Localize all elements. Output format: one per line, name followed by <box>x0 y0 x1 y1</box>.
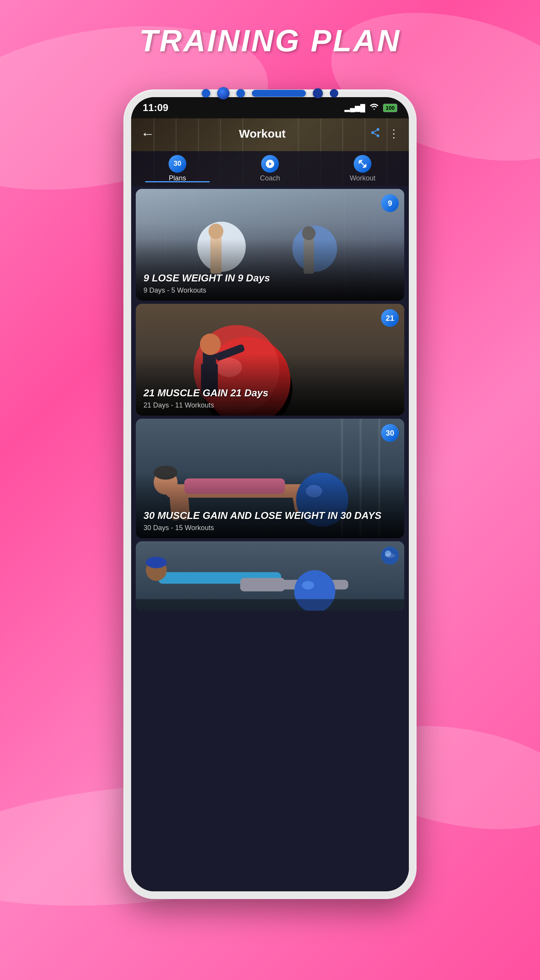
card-muscle-gain-30[interactable]: 30 30 MUSCLE GAIN AND LOSE WEIGHT IN 30 … <box>136 419 404 538</box>
header-image: ← Workout ⋮ 30 <box>131 118 409 186</box>
card-3-badge: 30 <box>381 424 399 442</box>
card-4-background <box>136 541 404 611</box>
hw-dot-3 <box>330 89 338 98</box>
status-bar: 11:09 ▂▄▆█ 100 <box>131 97 409 118</box>
phone-hardware-top <box>202 87 338 99</box>
tab-workout-label: Workout <box>350 174 376 182</box>
svg-rect-45 <box>136 599 404 611</box>
hw-pill <box>252 90 306 97</box>
hw-dot-1 <box>202 89 210 98</box>
card-3-title: 30 MUSCLE GAIN AND LOSE WEIGHT IN 30 DAY… <box>143 510 397 522</box>
phone-screen: 11:09 ▂▄▆█ 100 <box>131 97 409 891</box>
card-1-title: 9 LOSE WEIGHT IN 9 Days <box>143 272 397 284</box>
wifi-icon <box>370 104 378 112</box>
status-time: 11:09 <box>143 102 169 114</box>
card-2-badge: 21 <box>381 309 399 327</box>
svg-point-44 <box>302 581 314 589</box>
tab-coach-label: Coach <box>260 174 280 182</box>
more-options-icon[interactable]: ⋮ <box>388 127 399 141</box>
hw-dot-2 <box>236 89 245 98</box>
share-icon[interactable] <box>370 127 381 141</box>
header-actions: ⋮ <box>370 127 399 141</box>
tab-coach[interactable]: Coach <box>224 155 316 182</box>
card-4-sphere-badge <box>381 547 399 564</box>
card-1-badge: 9 <box>381 194 399 212</box>
battery-indicator: 100 <box>383 104 397 112</box>
workout-icon <box>354 155 371 173</box>
card-partial[interactable] <box>136 541 404 611</box>
tab-bar: 30 Plans Coach <box>131 151 409 186</box>
hw-camera <box>217 87 230 99</box>
header-title: Workout <box>239 127 285 140</box>
card-3-content: 30 MUSCLE GAIN AND LOSE WEIGHT IN 30 DAY… <box>136 503 404 538</box>
phone-device: 11:09 ▂▄▆█ 100 <box>123 89 417 899</box>
card-1-subtitle: 9 Days - 5 Workouts <box>143 286 397 295</box>
signal-icon: ▂▄▆█ <box>344 104 365 112</box>
card-muscle-gain-21[interactable]: 21 21 MUSCLE GAIN 21 Days 21 Days - 11 W… <box>136 304 404 416</box>
svg-point-7 <box>209 224 224 239</box>
status-icons: ▂▄▆█ 100 <box>344 104 397 112</box>
back-button[interactable]: ← <box>141 126 155 142</box>
tab-workout[interactable]: Workout <box>316 155 409 182</box>
page-title: TRAINING PLAN <box>139 23 401 59</box>
card-2-title: 21 MUSCLE GAIN 21 Days <box>143 387 397 399</box>
svg-point-19 <box>200 333 221 355</box>
phone-outer-shell: 11:09 ▂▄▆█ 100 <box>123 89 417 899</box>
coach-icon <box>261 155 279 173</box>
cards-content: 9 9 LOSE WEIGHT IN 9 Days 9 Days - 5 Wor… <box>131 186 409 891</box>
svg-point-10 <box>302 226 316 240</box>
card-3-subtitle: 30 Days - 15 Workouts <box>143 524 397 532</box>
svg-point-40 <box>146 557 167 568</box>
card-1-content: 9 LOSE WEIGHT IN 9 Days 9 Days - 5 Worko… <box>136 266 404 301</box>
card-2-subtitle: 21 Days - 11 Workouts <box>143 401 397 409</box>
card-lose-weight[interactable]: 9 9 LOSE WEIGHT IN 9 Days 9 Days - 5 Wor… <box>136 189 404 301</box>
plans-badge: 30 <box>169 155 186 173</box>
tab-plans[interactable]: 30 Plans <box>131 155 224 182</box>
card-2-content: 21 MUSCLE GAIN 21 Days 21 Days - 11 Work… <box>136 381 404 416</box>
hw-earpiece <box>313 88 323 98</box>
app-header: ← Workout ⋮ <box>131 118 409 149</box>
tab-plans-label: Plans <box>169 174 186 182</box>
